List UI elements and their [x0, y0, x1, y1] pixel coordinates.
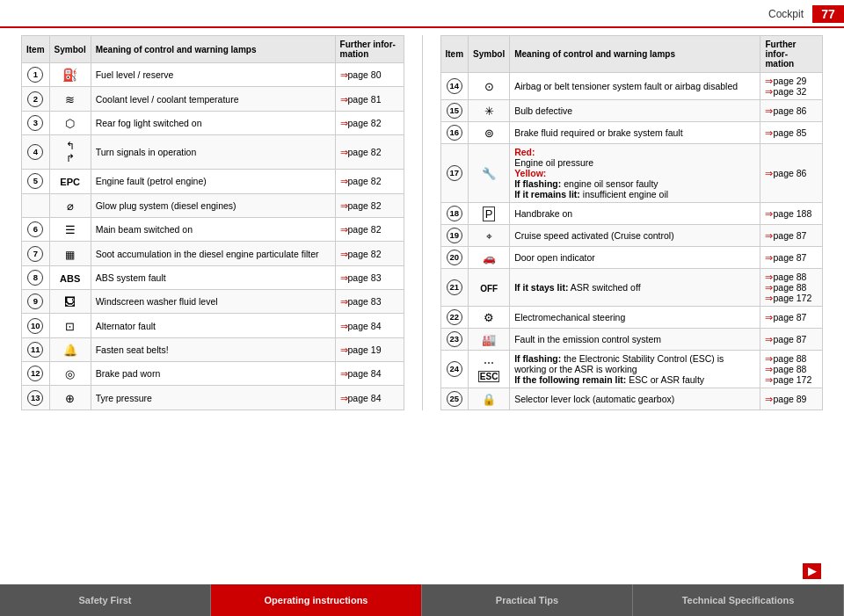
table-row: 9 ⛾ Windscreen washer fluid level ⇒page … — [22, 290, 404, 314]
table-row: 18 P Handbrake on ⇒page 188 — [440, 203, 823, 225]
table-row: 16 ⊚ Brake fluid required or brake syste… — [440, 122, 823, 144]
table-row: 5 EPC Engine fault (petrol engine) ⇒page… — [22, 170, 404, 193]
header: Cockpit 77 — [0, 0, 844, 28]
table-row: 10 ⊡ Alternator fault ⇒page 84 — [22, 314, 404, 337]
table-row: 6 ☰ Main beam switched on ⇒page 82 — [22, 217, 404, 241]
table-row: 19 ⌖ Cruise speed activated (Cruise cont… — [440, 225, 823, 247]
footer-tab-practical[interactable]: Practical Tips — [422, 584, 633, 616]
table-row: 2 ≋ Coolant level / coolant temperature … — [22, 87, 404, 111]
col-info-left: Further infor-mation — [335, 36, 404, 63]
table-row: 4 ↰↱ Turn signals in operation ⇒page 82 — [22, 135, 404, 170]
footer-tab-safety[interactable]: Safety First — [0, 584, 211, 616]
table-row: 15 ✳ Bulb defective ⇒page 86 — [440, 100, 823, 122]
table-row: 7 ▦ Soot accumulation in the diesel engi… — [22, 242, 404, 265]
table-row: 20 🚗 Door open indicator ⇒page 87 — [440, 247, 823, 269]
table-row: 17 🔧 Red: Engine oil pressure Yellow: If… — [440, 144, 823, 203]
col-info-right: Further infor-mation — [760, 36, 823, 73]
table-row: 24 ⋯ ESC If flashing: the Electronic Sta… — [440, 351, 823, 388]
footer-tab-technical-label: Technical Specifications — [682, 595, 795, 605]
table-row: 14 ⊙ Airbag or belt tensioner system fau… — [440, 73, 823, 100]
footer-tab-operating[interactable]: Operating instructions — [211, 584, 422, 616]
table-row: 1 ⛽ Fuel level / reserve ⇒page 80 — [22, 63, 404, 87]
footer-tab-operating-label: Operating instructions — [265, 595, 368, 605]
table-row: 23 🏭 Fault in the emission control syste… — [440, 329, 823, 351]
page-number: 77 — [812, 5, 844, 23]
table-row: 8 ABS ABS system fault ⇒page 83 — [22, 265, 404, 289]
table-row: 25 🔒 Selector lever lock (automatic gear… — [440, 388, 823, 410]
footer-tab-technical[interactable]: Technical Specifications — [633, 584, 844, 616]
table-row: 11 🔔 Fasten seat belts! ⇒page 19 — [22, 337, 404, 361]
header-title: Cockpit — [768, 8, 804, 20]
footer-tab-practical-label: Practical Tips — [496, 595, 558, 605]
col-item-right: Item — [440, 36, 469, 73]
right-warning-table: Item Symbol Meaning of control and warni… — [440, 35, 824, 410]
divider — [422, 35, 423, 410]
table-row: 13 ⊕ Tyre pressure ⇒page 84 — [22, 386, 404, 410]
left-warning-table: Item Symbol Meaning of control and warni… — [21, 35, 404, 410]
col-meaning-right: Meaning of control and warning lamps — [510, 36, 760, 73]
col-symbol-right: Symbol — [469, 36, 510, 73]
table-row: ⌀ Glow plug system (diesel engines) ⇒pag… — [22, 193, 404, 217]
col-meaning-left: Meaning of control and warning lamps — [91, 36, 335, 63]
table-row: 21 OFF If it stays lit: ASR switched off… — [440, 269, 823, 307]
col-symbol-left: Symbol — [49, 36, 91, 63]
footer-tabs: Safety First Operating instructions Prac… — [0, 584, 844, 616]
main-content: Item Symbol Meaning of control and warni… — [0, 35, 844, 410]
footer-tab-safety-label: Safety First — [79, 595, 132, 605]
col-item-left: Item — [22, 36, 50, 63]
table-row: 22 ⚙ Electromechanical steering ⇒page 87 — [440, 307, 823, 329]
table-row: 3 ⬡ Rear fog light switched on ⇒page 82 — [22, 111, 404, 134]
table-row: 12 ◎ Brake pad worn ⇒page 84 — [22, 362, 404, 386]
next-page-arrow[interactable]: ▶ — [803, 563, 821, 579]
